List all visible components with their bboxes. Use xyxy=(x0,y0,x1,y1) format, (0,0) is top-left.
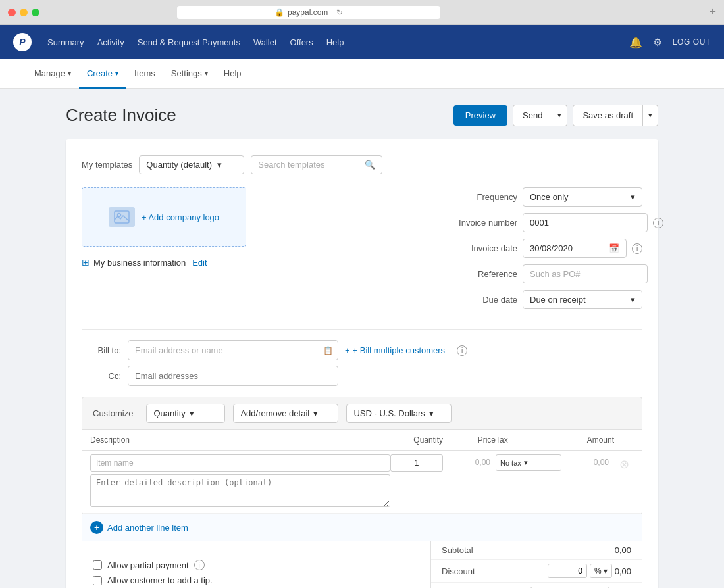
partial-payment-info-icon[interactable]: i xyxy=(194,560,205,570)
send-dropdown-button[interactable]: ▾ xyxy=(552,105,567,126)
template-selected-value: Quantity (default) xyxy=(146,160,212,170)
due-date-label: Due date xyxy=(445,295,517,305)
maximize-button[interactable] xyxy=(32,9,39,16)
divider xyxy=(82,329,642,330)
nav-wallet[interactable]: Wallet xyxy=(253,35,277,50)
add-item-icon: + xyxy=(90,521,103,534)
bell-icon[interactable]: 🔔 xyxy=(629,36,642,49)
save-draft-dropdown-button[interactable]: ▾ xyxy=(643,105,658,126)
bill-to-input[interactable] xyxy=(128,340,338,360)
logout-button[interactable]: LOG OUT xyxy=(673,37,711,47)
frequency-label: Frequency xyxy=(445,192,517,202)
frequency-row: Frequency Once only ▾ xyxy=(445,187,642,207)
bill-to-row: Bill to: 📋 + + Bill multiple customers i xyxy=(82,340,642,360)
cc-input[interactable] xyxy=(128,366,338,386)
customize-type-select[interactable]: Quantity ▾ xyxy=(146,404,225,423)
minimize-button[interactable] xyxy=(20,9,28,16)
customize-type-value: Quantity xyxy=(153,408,185,418)
sub-nav: Manage ▾ Create ▾ Items Settings ▾ Help xyxy=(0,59,724,89)
preview-button[interactable]: Preview xyxy=(453,105,507,126)
refresh-icon[interactable]: ↻ xyxy=(336,8,343,17)
discount-row: Discount % ▾ 0,00 xyxy=(431,560,642,583)
edit-business-link[interactable]: Edit xyxy=(192,258,207,268)
customize-currency-select[interactable]: USD - U.S. Dollars ▾ xyxy=(346,404,452,423)
template-select[interactable]: Quantity (default) ▾ xyxy=(139,155,244,174)
totals-right: Subtotal 0,00 Discount % ▾ 0,00 xyxy=(431,541,642,588)
page-content: Create Invoice Preview Send ▾ Save as dr… xyxy=(66,89,658,588)
bill-section: Bill to: 📋 + + Bill multiple customers i… xyxy=(82,340,642,386)
bill-multiple-button[interactable]: + + Bill multiple customers xyxy=(345,345,445,355)
subtotal-row: Subtotal 0,00 xyxy=(431,541,642,560)
paypal-navbar: P Summary Activity Send & Request Paymen… xyxy=(0,25,724,59)
items-table: Description Quantity Price Tax Amount xyxy=(82,430,642,514)
item-tax-cell: No tax ▾ xyxy=(496,454,561,471)
nav-links: Summary Activity Send & Request Payments… xyxy=(47,35,613,50)
item-qty-input[interactable] xyxy=(390,454,443,472)
invoice-date-input[interactable]: 30/08/2020 📅 xyxy=(523,239,627,258)
frequency-select[interactable]: Once only ▾ xyxy=(523,187,642,207)
customize-currency-chevron-icon: ▾ xyxy=(429,408,434,418)
customize-type-chevron-icon: ▾ xyxy=(190,408,194,418)
partial-payment-checkbox[interactable] xyxy=(93,560,102,570)
customize-detail-select[interactable]: Add/remove detail ▾ xyxy=(233,404,338,423)
address-book-icon: 📋 xyxy=(323,346,333,355)
nav-send-request[interactable]: Send & Request Payments xyxy=(138,35,240,50)
discount-amount-input[interactable] xyxy=(548,564,587,578)
add-item-button[interactable]: + Add another line item xyxy=(90,521,188,534)
send-button[interactable]: Send xyxy=(513,105,552,126)
nav-help[interactable]: Help xyxy=(326,35,344,50)
close-button[interactable] xyxy=(8,9,16,16)
col-description: Description xyxy=(90,435,390,445)
template-chevron-icon: ▾ xyxy=(217,160,222,170)
sub-nav-settings[interactable]: Settings ▾ xyxy=(163,59,216,89)
search-templates-input[interactable]: Search templates 🔍 xyxy=(251,155,382,174)
checkboxes-section: Allow partial payment i Allow customer t… xyxy=(93,552,420,585)
templates-row: My templates Quantity (default) ▾ Search… xyxy=(82,155,642,174)
nav-summary[interactable]: Summary xyxy=(47,35,84,50)
item-name-input[interactable] xyxy=(90,454,390,472)
url-text: paypal.com xyxy=(288,8,328,17)
address-bar[interactable]: 🔒 paypal.com ↻ xyxy=(177,6,440,19)
subtotal-value: 0,00 xyxy=(615,545,631,555)
invoice-number-info-icon[interactable]: i xyxy=(653,218,663,228)
logo-upload-area[interactable]: + Add company logo xyxy=(82,187,246,247)
item-price-input[interactable] xyxy=(443,454,496,470)
cc-label: Cc: xyxy=(82,371,121,381)
invoice-number-input[interactable] xyxy=(523,213,648,232)
new-tab-button[interactable]: + xyxy=(709,5,716,19)
sub-nav-create[interactable]: Create ▾ xyxy=(79,59,126,89)
totals-left: Allow partial payment i Allow customer t… xyxy=(82,541,431,588)
bill-to-input-wrap: 📋 xyxy=(128,340,338,360)
discount-type-select[interactable]: % ▾ xyxy=(590,564,612,578)
bill-multiple-label: + Bill multiple customers xyxy=(353,345,446,355)
calendar-icon[interactable]: 📅 xyxy=(609,243,619,253)
col-quantity: Quantity xyxy=(390,435,443,445)
invoice-date-info-icon[interactable]: i xyxy=(632,243,642,254)
nav-offers[interactable]: Offers xyxy=(290,35,313,50)
cc-row: Cc: xyxy=(82,366,642,386)
sub-nav-help[interactable]: Help xyxy=(216,59,249,89)
add-item-label: Add another line item xyxy=(107,523,188,533)
reference-input[interactable] xyxy=(523,264,648,283)
nav-activity[interactable]: Activity xyxy=(97,35,124,50)
sub-nav-items[interactable]: Items xyxy=(126,59,163,89)
tip-checkbox[interactable] xyxy=(93,576,102,585)
gear-icon[interactable]: ⚙ xyxy=(653,36,662,49)
item-tax-select[interactable]: No tax ▾ xyxy=(496,454,561,471)
due-date-select[interactable]: Due on receipt ▾ xyxy=(523,290,642,309)
sub-nav-manage[interactable]: Manage ▾ xyxy=(26,59,79,89)
discount-type-chevron-icon: ▾ xyxy=(604,566,608,576)
item-remove-button[interactable]: ⊗ xyxy=(614,454,634,472)
add-item-row: + Add another line item xyxy=(82,514,642,541)
create-chevron: ▾ xyxy=(115,70,118,77)
cc-input-wrap xyxy=(128,366,338,386)
tax-chevron-icon: ▾ xyxy=(524,458,528,467)
invoice-date-label: Invoice date xyxy=(445,243,517,253)
item-desc-input[interactable] xyxy=(90,474,390,507)
browser-chrome: 🔒 paypal.com ↻ + xyxy=(0,0,724,25)
send-button-group: Send ▾ xyxy=(513,105,567,126)
bill-info-icon[interactable]: i xyxy=(457,345,467,356)
invoice-date-row: Invoice date 30/08/2020 📅 i xyxy=(445,239,642,258)
tip-row: Allow customer to add a tip. xyxy=(93,576,420,585)
save-draft-button[interactable]: Save as draft xyxy=(573,105,643,126)
